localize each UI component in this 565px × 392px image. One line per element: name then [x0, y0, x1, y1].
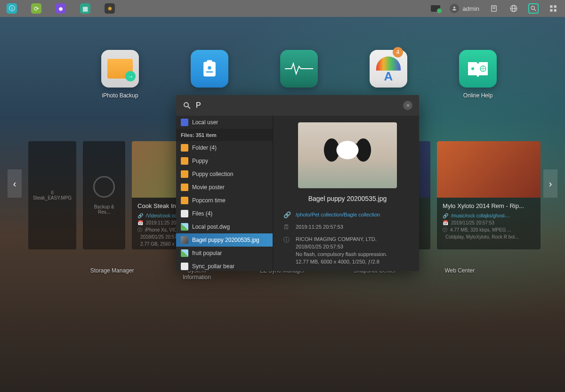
search-input[interactable]	[196, 101, 398, 110]
file-icon	[181, 263, 188, 270]
result-file-selected[interactable]: Bagel puppy 20200535.jpg	[176, 233, 273, 247]
desktop-apps-row: → iPhoto Backup 4 A Online Help	[0, 17, 565, 99]
app-control-panel[interactable]	[188, 50, 231, 99]
folder-icon	[181, 144, 188, 152]
svg-point-19	[184, 103, 188, 107]
svg-rect-14	[207, 60, 212, 64]
carousel-side-item-left[interactable]: Backup & Res...	[83, 141, 125, 249]
link-icon: 🔗	[283, 211, 291, 218]
heartbeat-icon	[280, 50, 318, 88]
svg-rect-12	[554, 9, 557, 12]
detail-preview-image	[298, 122, 397, 188]
avatar-icon	[450, 4, 459, 13]
user-menu[interactable]: admin	[450, 4, 479, 13]
app-label: Web Center	[444, 267, 475, 280]
result-folder[interactable]: Puppy collection	[176, 168, 273, 181]
detail-path[interactable]: /photo/Pet collection/Bagle collection	[296, 211, 380, 219]
result-folder[interactable]: Movie poster	[176, 181, 273, 194]
card-title: Mylo Xyloto 2014 Rem - Rip...	[437, 198, 541, 212]
app-iphoto-backup[interactable]: → iPhoto Backup	[99, 50, 141, 99]
image-thumb-icon	[181, 236, 188, 244]
carousel-side-item-far-left[interactable]: II Steak_EASY.MPG	[28, 141, 76, 249]
app-activity-monitor[interactable]	[278, 50, 320, 99]
media-card[interactable]: Mylo Xyloto 2014 Rem - Rip... 🔗/music/ro…	[437, 141, 541, 249]
result-folder-group[interactable]: Folder (4)	[176, 141, 273, 154]
image-icon	[181, 249, 188, 257]
search-detail-pane: Bagel puppy 20200535.jpg 🔗 /photo/Pet co…	[273, 116, 419, 271]
search-icon[interactable]	[528, 3, 539, 14]
card-thumbnail	[437, 141, 541, 198]
svg-point-7	[531, 6, 534, 9]
app-app-central[interactable]: 4 A	[367, 50, 410, 99]
svg-point-15	[208, 66, 211, 70]
card-path: /music/rock collajks/ghost-...	[451, 212, 510, 219]
calendar-icon: 🗓	[283, 224, 291, 231]
folder-icon	[181, 197, 188, 204]
search-panel-header: ✕	[176, 95, 419, 116]
people-icon[interactable]: ☻	[56, 3, 66, 14]
result-file[interactable]: fruit popular	[176, 247, 273, 260]
svg-point-0	[453, 7, 455, 8]
svg-rect-16	[206, 72, 213, 73]
side-card-label: Backup & Res...	[88, 204, 121, 215]
search-icon	[183, 101, 191, 110]
result-folder[interactable]: Popcorn time	[176, 194, 273, 207]
folder-icon: →	[101, 50, 139, 88]
sync-icon[interactable]: ⟳	[31, 3, 41, 14]
file-icon	[181, 210, 188, 217]
image-icon	[181, 223, 188, 231]
result-local-user[interactable]: Local user	[176, 116, 273, 129]
card-info: Coldplay, MyloXyloto, Rock R bol...	[445, 233, 518, 240]
close-icon[interactable]: ✕	[403, 101, 412, 110]
search-panel: ✕ Local user Files: 351 item Folder (4) …	[176, 95, 419, 271]
result-file[interactable]: Local post.dwg	[176, 220, 273, 233]
topbar-right: admin	[431, 3, 558, 14]
notes-icon[interactable]	[489, 3, 499, 14]
info-icon[interactable]: ⓘ	[7, 3, 17, 14]
card-info: 4.77 MB, 320 kbps, MPEG ...	[450, 226, 511, 233]
topbar-left-icons: ⓘ ⟳ ☻ ▦ ✹	[7, 3, 115, 14]
system-topbar: ⓘ ⟳ ☻ ▦ ✹ admin	[0, 0, 565, 17]
svg-line-20	[188, 106, 190, 109]
clipboard-id-icon	[191, 50, 228, 88]
svg-point-17	[471, 67, 474, 70]
result-folder[interactable]: Puppy	[176, 154, 273, 168]
detail-info: RICOH IMAGING COMPANY, LTD. 2018/01/25 2…	[296, 236, 387, 266]
side-card-label: II Steak_EASY.MPG	[33, 190, 72, 200]
result-files-group[interactable]: Files (4)	[176, 207, 273, 220]
svg-rect-9	[550, 5, 552, 8]
folder-icon	[181, 157, 188, 165]
status-indicator-icon[interactable]	[431, 5, 440, 12]
app-label: iPhoto Backup	[102, 92, 138, 99]
card-date: 2019/11/25 20:57:53	[451, 219, 494, 226]
refresh-icon	[93, 176, 115, 198]
folder-icon	[181, 184, 188, 191]
results-section-header: Files: 351 item	[176, 129, 273, 141]
app-online-help[interactable]: Online Help	[457, 50, 499, 99]
svg-line-8	[534, 9, 536, 11]
detail-filename: Bagel puppy 20200535.jpg	[283, 195, 412, 202]
app-label: Online Help	[463, 92, 493, 99]
app-icon	[181, 119, 188, 126]
result-file[interactable]: Sync_pollar bear	[176, 260, 273, 271]
dashboard-icon[interactable]: ▦	[80, 3, 90, 14]
globe-icon[interactable]	[508, 3, 519, 14]
svg-rect-10	[554, 5, 557, 8]
detail-date: 2019:11:25 20:57:53	[296, 224, 343, 231]
folder-icon	[181, 170, 188, 178]
notification-badge: 4	[393, 47, 403, 57]
gear-icon[interactable]: ✹	[105, 3, 115, 14]
widgets-icon[interactable]	[548, 3, 558, 14]
info-icon: ⓘ	[283, 236, 291, 244]
search-results-list: Local user Files: 351 item Folder (4) Pu…	[176, 116, 273, 271]
help-book-icon	[459, 50, 497, 88]
username-label: admin	[463, 5, 479, 12]
app-label: Storage Manager	[90, 267, 134, 280]
svg-rect-11	[550, 9, 552, 12]
